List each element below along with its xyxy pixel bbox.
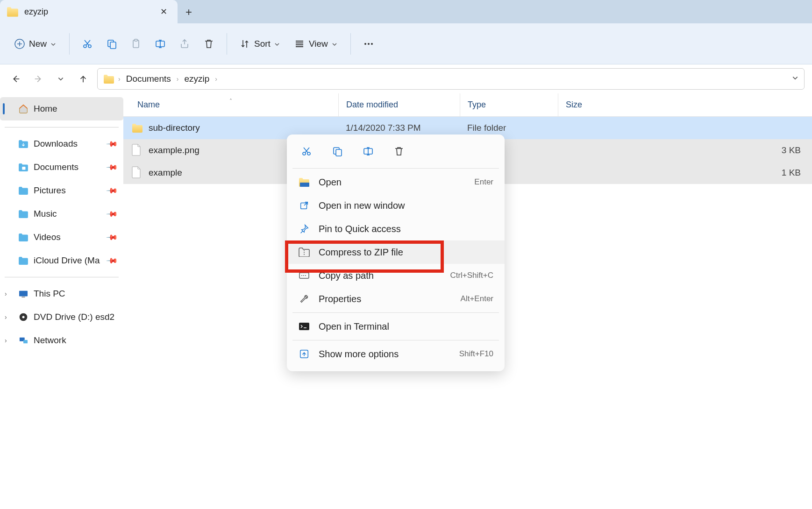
breadcrumb-item[interactable]: ezyzip: [182, 74, 211, 84]
sidebar-item-label: Music: [34, 209, 57, 219]
sidebar-item-label: Documents: [34, 162, 78, 172]
delete-button[interactable]: [199, 33, 219, 55]
ellipsis-icon: [363, 38, 374, 49]
menu-item-label: Compress to ZIP file: [319, 247, 403, 258]
context-menu: Open Enter Open in new window Pin to Qui…: [287, 134, 505, 371]
pin-icon: 📌: [106, 184, 119, 197]
menu-item-pin-quick-access[interactable]: Pin to Quick access: [287, 217, 505, 240]
file-name: sub-directory: [149, 123, 200, 133]
column-header-type[interactable]: Type: [460, 93, 558, 116]
svg-rect-21: [336, 149, 342, 156]
pin-icon: 📌: [106, 137, 119, 150]
file-size: 1 KB: [558, 168, 812, 178]
share-icon: [179, 38, 190, 49]
network-icon: [18, 335, 29, 346]
sidebar-item-music[interactable]: Music 📌: [0, 202, 123, 226]
sidebar-item-home[interactable]: Home: [0, 97, 123, 120]
chevron-down-icon[interactable]: [792, 75, 798, 83]
more-button[interactable]: [358, 33, 379, 55]
column-header-name[interactable]: ˄ Name: [123, 100, 338, 110]
menu-shortcut: Shift+F10: [459, 349, 493, 359]
copy-path-icon: [298, 269, 310, 282]
window-tab[interactable]: ezyzip ✕: [0, 0, 178, 23]
view-label: View: [309, 39, 328, 49]
rename-icon: [155, 38, 166, 49]
menu-shortcut: Ctrl+Shift+C: [450, 271, 493, 280]
sidebar-item-iclouddrive[interactable]: iCloud Drive (Ma 📌: [0, 249, 123, 272]
dvd-icon: [18, 311, 29, 323]
folder-icon: [132, 121, 143, 134]
column-header-size[interactable]: Size: [558, 93, 812, 116]
view-button[interactable]: View: [289, 33, 343, 55]
delete-button[interactable]: [391, 143, 407, 160]
sidebar-separator: [5, 277, 119, 277]
sidebar-item-pictures[interactable]: Pictures 📌: [0, 179, 123, 202]
new-button[interactable]: New: [9, 33, 62, 55]
menu-item-properties[interactable]: Properties Alt+Enter: [287, 287, 505, 311]
copy-button[interactable]: [101, 33, 122, 55]
share-button[interactable]: [174, 33, 195, 55]
sort-button[interactable]: Sort: [235, 33, 285, 55]
menu-separator: [292, 340, 499, 340]
copy-icon: [106, 38, 117, 49]
column-header-date[interactable]: Date modified: [338, 93, 460, 116]
documents-folder-icon: [18, 162, 29, 173]
home-icon: [18, 103, 29, 114]
menu-item-label: Pin to Quick access: [319, 224, 401, 234]
wrench-icon: [298, 293, 310, 305]
svg-rect-13: [21, 297, 25, 297]
pin-icon: 📌: [106, 231, 119, 244]
sidebar-item-label: Home: [34, 104, 57, 114]
chevron-right-icon: ›: [177, 75, 179, 83]
copy-button[interactable]: [329, 143, 346, 160]
chevron-right-icon[interactable]: ›: [5, 290, 7, 297]
sidebar-separator: [5, 127, 119, 127]
new-tab-button[interactable]: +: [178, 1, 200, 23]
chevron-right-icon[interactable]: ›: [5, 337, 7, 344]
file-size: 3 KB: [558, 145, 812, 156]
menu-shortcut: Alt+Enter: [461, 294, 493, 304]
menu-item-open[interactable]: Open Enter: [287, 170, 505, 194]
file-name: example: [149, 168, 182, 178]
recent-button[interactable]: [52, 71, 69, 87]
main-area: Home Downloads 📌 Documents 📌 Pictures 📌 …: [0, 93, 812, 509]
rename-button[interactable]: [150, 33, 171, 55]
sidebar-item-documents[interactable]: Documents 📌: [0, 156, 123, 179]
cut-button[interactable]: [77, 33, 98, 55]
view-list-icon: [294, 38, 305, 49]
paste-button[interactable]: [126, 33, 146, 55]
folder-icon: [103, 74, 114, 84]
sidebar-item-downloads[interactable]: Downloads 📌: [0, 132, 123, 156]
sidebar-item-dvddrive[interactable]: › DVD Drive (D:) esd2: [0, 305, 123, 329]
svg-point-15: [22, 316, 25, 318]
menu-item-open-terminal[interactable]: Open in Terminal: [287, 315, 505, 338]
pin-icon: [298, 223, 310, 235]
rename-button[interactable]: [360, 143, 377, 160]
cut-button[interactable]: [298, 143, 315, 160]
close-tab-button[interactable]: ✕: [156, 4, 171, 19]
pin-icon: 📌: [106, 254, 119, 267]
menu-item-copy-path[interactable]: Copy as path Ctrl+Shift+C: [287, 264, 505, 287]
menu-item-show-more[interactable]: Show more options Shift+F10: [287, 342, 505, 366]
menu-item-label: Open in Terminal: [319, 321, 389, 332]
svg-rect-23: [300, 183, 309, 187]
sidebar-item-network[interactable]: › Network: [0, 329, 123, 352]
chevron-down-icon: [274, 41, 281, 47]
sidebar-item-videos[interactable]: Videos 📌: [0, 226, 123, 249]
folder-open-icon: [298, 176, 310, 188]
up-button[interactable]: [75, 71, 92, 87]
chevron-right-icon[interactable]: ›: [5, 313, 7, 321]
back-button[interactable]: [7, 71, 24, 87]
svg-point-8: [364, 43, 366, 45]
file-type: File folder: [460, 123, 558, 133]
sidebar-item-thispc[interactable]: › This PC: [0, 282, 123, 305]
toolbar-separator: [227, 33, 227, 55]
forward-button[interactable]: [30, 71, 47, 87]
sidebar-item-label: iCloud Drive (Ma: [34, 255, 100, 266]
breadcrumb-item[interactable]: Documents: [124, 74, 173, 84]
more-options-icon: [298, 348, 310, 360]
sidebar-item-label: Videos: [34, 232, 61, 242]
menu-item-open-new-window[interactable]: Open in new window: [287, 194, 505, 217]
address-bar[interactable]: › Documents › ezyzip ›: [97, 68, 805, 90]
menu-item-compress-zip[interactable]: Compress to ZIP file: [287, 240, 505, 264]
